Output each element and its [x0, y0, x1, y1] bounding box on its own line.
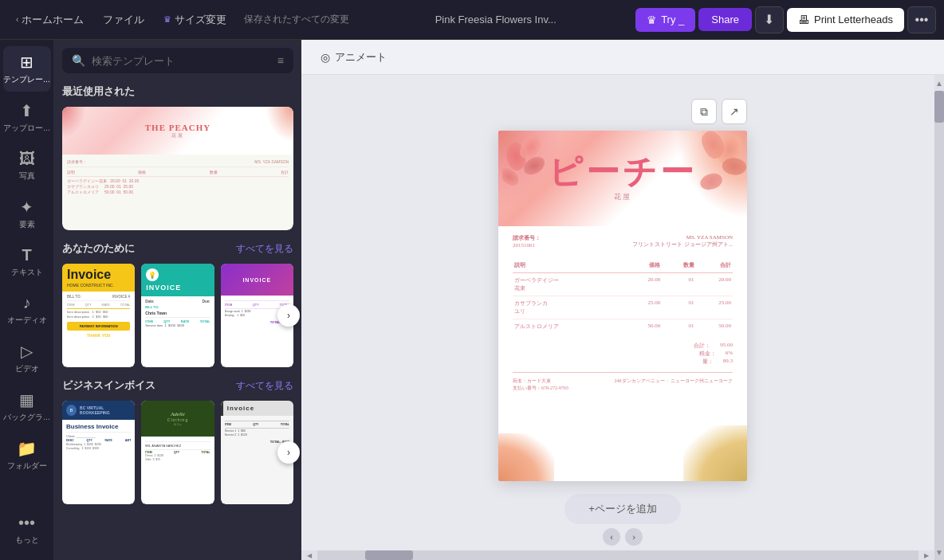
template-card-yellow-invoice[interactable]: Invoice HOME CONSTRUCT INC. BILL TO:INVO… [62, 264, 135, 367]
footer-address-label: 宛名：カード大束 [513, 378, 568, 385]
business-carousel-arrow[interactable]: › [277, 441, 300, 464]
customer-name: MS. YZA SAMSON [632, 234, 733, 241]
scroll-thumb-v[interactable] [934, 91, 944, 123]
business-see-all[interactable]: すべてを見る [236, 379, 293, 393]
background-label: バックグラ... [3, 412, 49, 423]
template-card-green-clothing[interactable]: Adelle Clothing & Co. MS. ANAKITA SANCHE… [141, 401, 214, 504]
share-button[interactable]: Share [698, 8, 752, 31]
more-options-button[interactable]: ••• [907, 6, 936, 33]
footer-right-address: 246ダンカンアベニュー・ ニューヨーク州ニューヨーク [615, 378, 734, 385]
download-icon: ⬇ [764, 12, 774, 27]
file-button[interactable]: ファイル [95, 8, 152, 32]
for-you-carousel: Invoice HOME CONSTRUCT INC. BILL TO:INVO… [62, 264, 293, 367]
invoice-number-value: 20151001 [513, 242, 541, 249]
filter-icon[interactable]: ≡ [277, 54, 284, 67]
subtotal-value: 95.00 [720, 342, 733, 350]
table-header-row: 説明 価格 数量 合計 [513, 258, 733, 273]
sidebar-item-background[interactable]: ▦ バックグラ... [3, 384, 51, 429]
copy-page-button[interactable]: ⧉ [691, 99, 717, 124]
canvas-scroll[interactable]: ⧉ ↗ [301, 75, 944, 560]
page-navigation: ‹ › [603, 528, 643, 546]
for-you-carousel-arrow[interactable]: › [277, 304, 300, 327]
try-button[interactable]: ♛ Try _ [635, 8, 695, 32]
scroll-left-arrow[interactable]: ◀ [301, 550, 317, 560]
col-description: 説明 [513, 258, 625, 273]
share-page-button[interactable]: ↗ [722, 99, 747, 124]
recent-template-item[interactable]: THE PEACHY 花屋 請求番号：MS. YZA SAMSON 説明価格数量… [62, 107, 293, 230]
col-total: 合計 [696, 258, 733, 273]
print-button[interactable]: 🖶 Print Letterheads [787, 8, 904, 32]
doc-card-wrapper: ⧉ ↗ [498, 131, 747, 481]
item-name: アルストロメリア [513, 319, 625, 335]
scroll-thumb-h[interactable] [365, 550, 413, 560]
customer-info-section: MS. YZA SAMSON フリントストリート ジョージア州アト... [632, 234, 733, 249]
sidebar-item-audio[interactable]: ♪ オーディオ [3, 288, 51, 332]
sidebar-item-templates[interactable]: ⊞ テンプレー... [3, 46, 51, 92]
search-icon: 🔍 [72, 54, 85, 67]
scrollbar-horizontal[interactable]: ◀ ▶ [301, 550, 934, 560]
subtotal-label: 合計： [694, 342, 710, 350]
background-icon: ▦ [19, 390, 34, 409]
invoice-table: 説明 価格 数量 合計 ガーベラデイジー花束 20.00 01 20.00 [513, 258, 733, 334]
elements-icon: ✦ [20, 198, 33, 217]
sidebar-item-video[interactable]: ▷ ビデオ [3, 335, 51, 381]
add-page-button[interactable]: +ページを追加 [564, 494, 681, 524]
animate-button[interactable]: ◎ アニメート [314, 47, 393, 68]
animate-icon: ◎ [321, 51, 330, 64]
print-icon: 🖶 [798, 14, 809, 26]
video-icon: ▷ [21, 342, 33, 361]
business-section-header: ビジネスインボイス すべてを見る [62, 378, 293, 393]
scroll-right-arrow[interactable]: ▶ [918, 550, 934, 560]
sidebar-item-elements[interactable]: ✦ 要素 [3, 191, 51, 237]
table-row: カサブランカユリ 25.00 01 25.00 [513, 296, 733, 319]
main-layout: ⊞ テンプレー... ⬆ アップロー... 🖼 写真 ✦ 要素 T テキスト ♪… [0, 40, 944, 560]
amount-row: 量： 89.3 [694, 358, 733, 366]
for-you-see-all[interactable]: すべてを見る [236, 242, 293, 256]
item-total: 50.00 [696, 319, 733, 335]
business-templates-row: B BC VIRTUAL BOOKKEEPING Business Invoic… [62, 401, 293, 504]
sidebar-item-photos[interactable]: 🖼 写真 [3, 143, 51, 188]
scrollbar-vertical[interactable]: ▲ ▼ [934, 75, 944, 560]
scroll-up-arrow[interactable]: ▲ [934, 75, 944, 91]
invoice-number-section: 請求番号： 20151001 [513, 234, 541, 249]
corner-br-decoration [683, 425, 747, 481]
prev-page-button[interactable]: ‹ [603, 528, 620, 546]
size-change-button[interactable]: ♛ サイズ変更 [155, 8, 234, 32]
try-label: Try _ [661, 14, 684, 25]
document-subtitle: 花屋 [549, 192, 697, 202]
topbar: ‹ ホームホーム ファイル ♛ サイズ変更 保存されたすべての変更 Pink F… [0, 0, 944, 40]
for-you-title: あなたのために [62, 241, 135, 256]
item-name: ガーベラデイジー花束 [513, 273, 625, 296]
sidebar-item-text[interactable]: T テキスト [3, 240, 51, 284]
document-footer: 宛名：カード大束 支払い番号：678-272-9765 246ダンカンアベニュー… [513, 372, 733, 397]
add-page-label: +ページを追加 [588, 502, 657, 516]
search-bar: 🔍 ≡ [62, 48, 293, 73]
template-card-teal-invoice[interactable]: 💡 INVOICE Date:Due: BILL TO: Chris Town … [141, 264, 214, 367]
page-container: ⧉ ↗ [317, 99, 928, 524]
download-button[interactable]: ⬇ [755, 6, 784, 33]
recent-section-header: 最近使用された [62, 84, 293, 99]
sidebar-item-uploads[interactable]: ⬆ アップロー... [3, 95, 51, 140]
item-total: 20.00 [696, 273, 733, 296]
for-you-section-header: あなたのために すべてを見る [62, 241, 293, 256]
item-qty: 01 [662, 319, 695, 335]
home-button[interactable]: ‹ ホームホーム [8, 8, 92, 32]
print-label: Print Letterheads [814, 14, 893, 25]
text-icon: T [22, 246, 31, 264]
photo-icon: 🖼 [19, 150, 35, 168]
sidebar-item-more[interactable]: ••• もっと [3, 507, 51, 552]
sidebar-item-folder[interactable]: 📁 フォルダー [3, 433, 51, 478]
document-page[interactable]: ピーチー 花屋 請求番号： 20151001 [498, 131, 747, 481]
template-card-blue-business[interactable]: B BC VIRTUAL BOOKKEEPING Business Invoic… [62, 401, 135, 504]
home-label: ホームホーム [22, 13, 84, 27]
audio-label: オーディオ [7, 315, 47, 326]
back-icon: ‹ [16, 15, 18, 24]
next-page-button[interactable]: › [625, 528, 643, 546]
item-price: 25.00 [625, 296, 662, 319]
elements-label: 要素 [19, 219, 35, 230]
document-header: ピーチー 花屋 [498, 131, 747, 226]
crown-icon: ♛ [647, 14, 657, 26]
scroll-down-arrow[interactable]: ▼ [934, 544, 944, 560]
sidebar: ⊞ テンプレー... ⬆ アップロー... 🖼 写真 ✦ 要素 T テキスト ♪… [0, 40, 54, 560]
search-input[interactable] [92, 55, 271, 67]
